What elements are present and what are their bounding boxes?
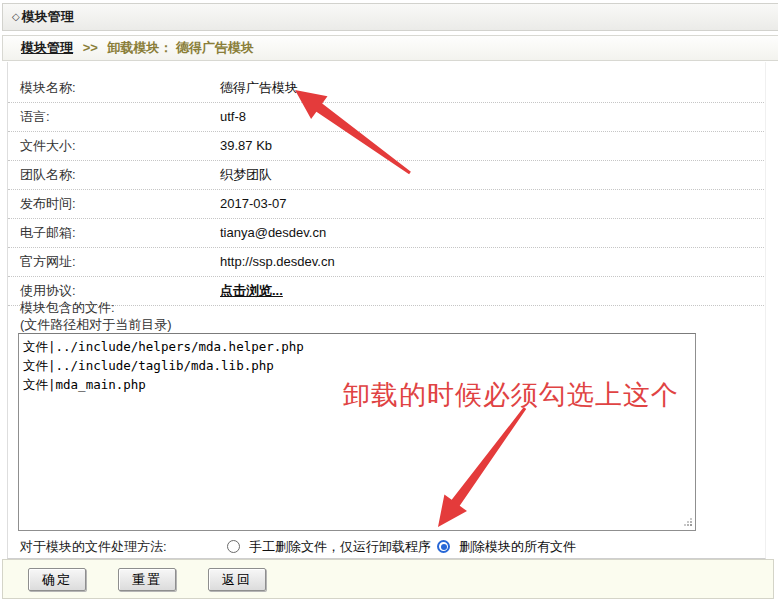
breadcrumb-link-module-manage[interactable]: 模块管理 — [21, 40, 73, 55]
field-label: 官方网址: — [20, 248, 76, 276]
radio-delete-all-files-label[interactable]: 删除模块的所有文件 — [459, 534, 576, 560]
field-value: utf-8 — [220, 103, 246, 131]
table-row-language: 语言: utf-8 — [8, 103, 764, 132]
table-row-module-name: 模块名称: 德得广告模块 — [8, 74, 764, 103]
field-value: 织梦团队 — [220, 161, 272, 189]
field-value: http://ssp.desdev.cn — [220, 248, 335, 276]
field-value: 2017-03-07 — [220, 190, 287, 218]
field-value: 德得广告模块 — [220, 74, 298, 102]
reset-button[interactable]: 重置 — [118, 568, 176, 591]
breadcrumb-current: 卸载模块： 德得广告模块 — [107, 40, 254, 55]
breadcrumb: 模块管理 >> 卸载模块： 德得广告模块 — [2, 35, 778, 61]
license-browse-link[interactable]: 点击浏览... — [220, 277, 283, 305]
window-title-bar: ◇模块管理 — [2, 3, 778, 31]
breadcrumb-separator: >> — [83, 40, 98, 55]
files-path-note: (文件路径相对于当前目录) — [20, 317, 172, 333]
files-section-label: 模块包含的文件: — [20, 300, 115, 316]
radio-manual-delete[interactable] — [227, 540, 240, 553]
radio-delete-all-files[interactable] — [437, 540, 450, 553]
file-handling-label: 对于模块的文件处理方法: — [20, 534, 167, 560]
back-button[interactable]: 返回 — [208, 568, 266, 591]
field-label: 语言: — [20, 103, 50, 131]
field-label: 模块名称: — [20, 74, 76, 102]
page-title: 模块管理 — [22, 9, 74, 24]
table-row-file-size: 文件大小: 39.87 Kb — [8, 132, 764, 161]
diamond-icon: ◇ — [12, 11, 20, 22]
module-info-table: 模块名称: 德得广告模块 语言: utf-8 文件大小: 39.87 Kb 团队… — [8, 74, 764, 306]
confirm-button[interactable]: 确定 — [28, 568, 86, 591]
table-row-official-site: 官方网址: http://ssp.desdev.cn — [8, 248, 764, 277]
field-label: 团队名称: — [20, 161, 76, 189]
field-label: 发布时间: — [20, 190, 76, 218]
radio-manual-delete-label[interactable]: 手工删除文件，仅运行卸载程序 — [249, 534, 431, 560]
file-handling-row: 对于模块的文件处理方法: 手工删除文件，仅运行卸载程序 删除模块的所有文件 — [0, 534, 778, 560]
field-value: tianya@desdev.cn — [220, 219, 326, 247]
red-annotation-text: 卸载的时候必须勾选上这个 — [343, 377, 679, 413]
field-label: 文件大小: — [20, 132, 76, 160]
field-label: 电子邮箱: — [20, 219, 76, 247]
table-row-email: 电子邮箱: tianya@desdev.cn — [8, 219, 764, 248]
table-row-team-name: 团队名称: 织梦团队 — [8, 161, 764, 190]
files-textarea[interactable]: 文件|../include/helpers/mda.helper.php 文件|… — [18, 333, 696, 531]
table-row-license: 使用协议: 点击浏览... — [8, 277, 764, 306]
field-value: 39.87 Kb — [220, 132, 272, 160]
table-row-release-date: 发布时间: 2017-03-07 — [8, 190, 764, 219]
resize-grip-icon[interactable] — [682, 516, 694, 528]
